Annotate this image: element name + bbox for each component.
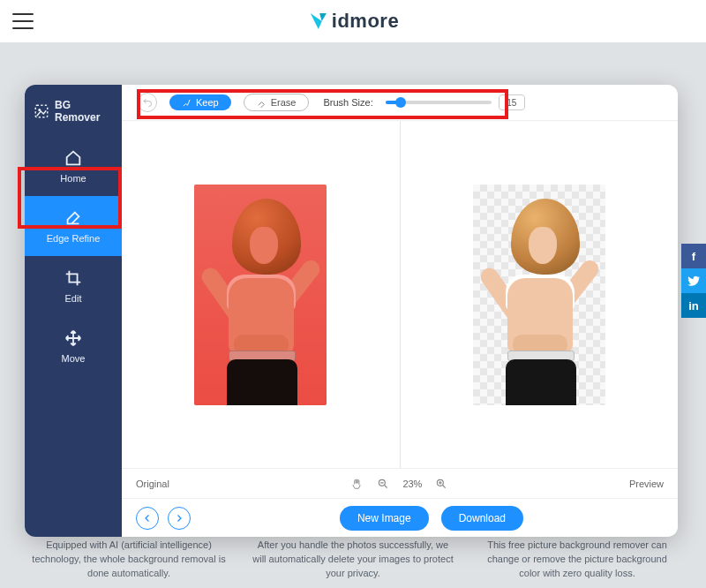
zoom-out-icon[interactable] (376, 477, 390, 491)
sidebar-item-edit[interactable]: Edit (25, 256, 122, 316)
preview-label: Preview (629, 479, 664, 489)
crop-icon (64, 268, 83, 288)
app-header: idmore (0, 0, 706, 42)
share-linkedin-button[interactable]: in (681, 293, 706, 318)
undo-button[interactable] (138, 93, 157, 112)
keep-tool-button[interactable]: Keep (169, 94, 231, 110)
sidebar-title: BG Remover (25, 90, 122, 136)
original-label: Original (136, 479, 169, 489)
share-twitter-button[interactable] (681, 268, 706, 293)
marketing-col: Equipped with AI (artificial intelligenc… (28, 539, 229, 581)
sidebar-item-label: Home (60, 173, 86, 184)
brush-size-slider[interactable]: 15 (386, 94, 525, 110)
edge-refine-icon (64, 208, 83, 228)
preview-pane[interactable] (400, 121, 679, 468)
action-bar: New Image Download (122, 498, 678, 537)
canvas-split (122, 120, 678, 468)
sidebar-item-label: Edit (65, 293, 82, 304)
status-bar: Original 23% Preview (122, 468, 678, 498)
erase-tool-button[interactable]: Erase (244, 94, 310, 111)
editor-main: Keep Erase Brush Size: 15 (122, 85, 678, 537)
brush-size-label: Brush Size: (323, 97, 372, 108)
move-icon (64, 328, 83, 348)
marketing-row: Equipped with AI (artificial intelligenc… (28, 539, 678, 581)
editor-sidebar: BG Remover Home Edge Refine Edit Move (25, 85, 122, 537)
menu-icon[interactable] (12, 13, 34, 29)
keep-label: Keep (196, 97, 219, 108)
twitter-icon (687, 275, 700, 287)
hand-tool-icon[interactable] (349, 477, 364, 491)
zoom-in-icon[interactable] (434, 477, 448, 491)
marketing-col: After you handle the photos successfully… (252, 539, 454, 581)
brand-text: idmore (332, 10, 399, 33)
prev-button[interactable] (136, 507, 159, 530)
linkedin-icon: in (688, 299, 699, 313)
sidebar-item-move[interactable]: Move (25, 316, 122, 376)
eraser-icon (257, 98, 267, 108)
brush-keep-icon (182, 98, 192, 108)
original-image (194, 185, 327, 405)
brand-logo[interactable]: idmore (307, 10, 399, 33)
download-button[interactable]: Download (441, 506, 523, 531)
undo-icon (142, 97, 153, 108)
marketing-col: This free picture background remover can… (477, 539, 678, 581)
erase-label: Erase (271, 97, 297, 108)
new-image-button[interactable]: New Image (340, 506, 429, 531)
chevron-left-icon (142, 513, 153, 524)
next-button[interactable] (168, 507, 191, 530)
share-facebook-button[interactable]: f (681, 244, 706, 268)
original-pane[interactable] (122, 121, 400, 468)
zoom-value: 23% (402, 479, 422, 489)
brand-mark-icon (307, 10, 330, 33)
facebook-icon: f (692, 250, 695, 263)
chevron-right-icon (174, 513, 184, 524)
preview-image (473, 185, 605, 405)
home-icon (64, 148, 83, 168)
sidebar-item-edge-refine[interactable]: Edge Refine (25, 196, 122, 256)
sidebar-item-label: Edge Refine (47, 233, 101, 244)
bg-remover-icon (34, 103, 49, 119)
sidebar-item-home[interactable]: Home (25, 136, 122, 196)
sidebar-item-label: Move (62, 353, 86, 364)
editor-window: BG Remover Home Edge Refine Edit Move (25, 85, 678, 537)
brush-size-value: 15 (499, 94, 525, 110)
sidebar-title-text: BG Remover (55, 99, 113, 124)
refine-toolbar: Keep Erase Brush Size: 15 (122, 85, 678, 120)
social-rail: f in (681, 244, 706, 318)
